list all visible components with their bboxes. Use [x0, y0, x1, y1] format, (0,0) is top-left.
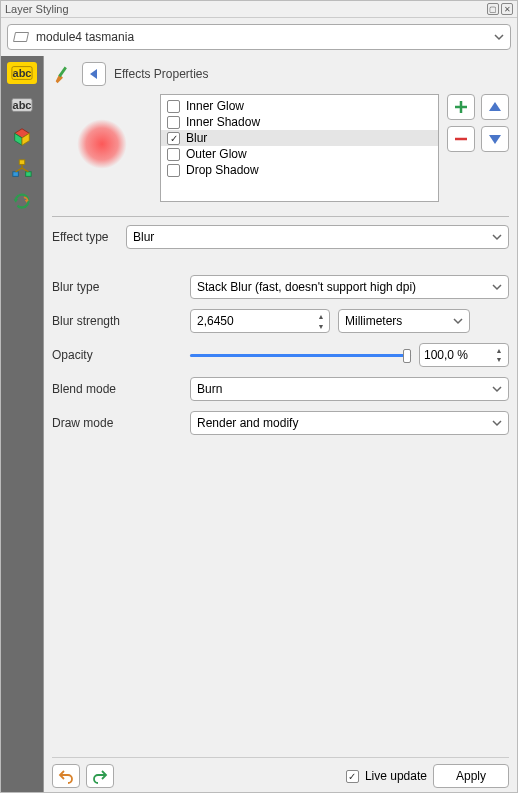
- redo-button[interactable]: [86, 764, 114, 788]
- redo-icon: [92, 768, 108, 784]
- plus-icon: [453, 99, 469, 115]
- checkbox[interactable]: [167, 164, 180, 177]
- blur-strength-unit: Millimeters: [345, 314, 402, 328]
- effects-properties-content: Effects Properties Inner Glow Inner Shad…: [43, 56, 517, 792]
- effect-type-value: Blur: [133, 230, 154, 244]
- svg-marker-10: [14, 199, 19, 203]
- chevron-down-icon: [453, 316, 463, 326]
- chevron-down-icon: [492, 384, 502, 394]
- blur-type-select[interactable]: Stack Blur (fast, doesn't support high d…: [190, 275, 509, 299]
- opacity-spin[interactable]: 100,0 % ▲▼: [419, 343, 509, 367]
- list-item[interactable]: Outer Glow: [161, 146, 438, 162]
- draw-mode-value: Render and modify: [197, 416, 298, 430]
- chevron-down-icon: [492, 232, 502, 242]
- opacity-label: Opacity: [52, 348, 182, 362]
- move-down-button[interactable]: [481, 126, 509, 152]
- effect-label: Blur: [186, 131, 207, 145]
- layer-styling-panel: Layer Styling ▢ ✕ module4 tasmania abc a…: [0, 0, 518, 793]
- live-update-checkbox[interactable]: ✓: [346, 770, 359, 783]
- effects-list[interactable]: Inner Glow Inner Shadow ✓ Blur Outer Glo…: [160, 94, 439, 202]
- close-icon[interactable]: ✕: [501, 3, 513, 15]
- blur-type-label: Blur type: [52, 280, 182, 294]
- blur-strength-label: Blur strength: [52, 314, 182, 328]
- effect-type-select[interactable]: Blur: [126, 225, 509, 249]
- dock-icon[interactable]: ▢: [487, 3, 499, 15]
- triangle-left-icon: [87, 67, 101, 81]
- svg-rect-12: [58, 67, 67, 78]
- polygon-icon: [13, 32, 29, 42]
- list-item[interactable]: Inner Glow: [161, 98, 438, 114]
- tab-history[interactable]: [7, 190, 37, 212]
- triangle-down-icon: [487, 131, 503, 147]
- back-button[interactable]: [82, 62, 106, 86]
- layer-combobox[interactable]: module4 tasmania: [7, 24, 511, 50]
- undo-button[interactable]: [52, 764, 80, 788]
- stepper-down-icon[interactable]: ▼: [315, 321, 327, 331]
- apply-button[interactable]: Apply: [433, 764, 509, 788]
- header-title: Effects Properties: [114, 67, 209, 81]
- effect-label: Inner Glow: [186, 99, 244, 113]
- blend-mode-label: Blend mode: [52, 382, 182, 396]
- style-tabs-sidebar: abc abc: [1, 56, 43, 792]
- list-item[interactable]: Inner Shadow: [161, 114, 438, 130]
- chevron-down-icon: [492, 418, 502, 428]
- chevron-down-icon: [492, 282, 502, 292]
- tab-masks[interactable]: abc: [7, 94, 37, 116]
- remove-effect-button[interactable]: [447, 126, 475, 152]
- checkbox[interactable]: [167, 148, 180, 161]
- blend-mode-value: Burn: [197, 382, 222, 396]
- stepper-down-icon[interactable]: ▼: [494, 355, 504, 364]
- blur-preview-circle: [77, 119, 127, 169]
- checkbox[interactable]: [167, 100, 180, 113]
- opacity-value: 100,0 %: [424, 348, 468, 362]
- svg-rect-9: [26, 172, 31, 177]
- draw-mode-label: Draw mode: [52, 416, 182, 430]
- effect-preview: [52, 94, 152, 194]
- blur-strength-value: 2,6450: [197, 314, 234, 328]
- checkbox[interactable]: ✓: [167, 132, 180, 145]
- draw-mode-select[interactable]: Render and modify: [190, 411, 509, 435]
- blur-strength-spin[interactable]: 2,6450 ▲▼: [190, 309, 330, 333]
- add-effect-button[interactable]: [447, 94, 475, 120]
- svg-marker-15: [489, 135, 501, 144]
- panel-title: Layer Styling: [5, 3, 485, 15]
- tab-labels[interactable]: abc: [7, 62, 37, 84]
- svg-rect-8: [13, 172, 19, 177]
- svg-text:abc: abc: [13, 99, 32, 111]
- blur-type-value: Stack Blur (fast, doesn't support high d…: [197, 280, 416, 294]
- opacity-slider[interactable]: [190, 347, 411, 363]
- blend-mode-select[interactable]: Burn: [190, 377, 509, 401]
- effect-label: Outer Glow: [186, 147, 247, 161]
- undo-icon: [58, 768, 74, 784]
- stepper-up-icon[interactable]: ▲: [315, 311, 327, 321]
- triangle-up-icon: [487, 99, 503, 115]
- svg-text:abc: abc: [13, 67, 32, 79]
- chevron-down-icon: [494, 32, 504, 42]
- effect-label: Inner Shadow: [186, 115, 260, 129]
- effect-label: Drop Shadow: [186, 163, 259, 177]
- blur-strength-unit-select[interactable]: Millimeters: [338, 309, 470, 333]
- live-update-label: Live update: [365, 769, 427, 783]
- checkbox[interactable]: [167, 116, 180, 129]
- list-item[interactable]: Drop Shadow: [161, 162, 438, 178]
- panel-titlebar: Layer Styling ▢ ✕: [1, 1, 517, 18]
- stepper-up-icon[interactable]: ▲: [494, 346, 504, 355]
- tab-3d[interactable]: [7, 126, 37, 148]
- svg-marker-13: [90, 69, 97, 79]
- list-item[interactable]: ✓ Blur: [161, 130, 438, 146]
- svg-rect-7: [19, 160, 25, 165]
- minus-icon: [453, 131, 469, 147]
- move-up-button[interactable]: [481, 94, 509, 120]
- layer-name: module4 tasmania: [36, 30, 494, 44]
- tab-diagrams[interactable]: [7, 158, 37, 180]
- svg-marker-14: [489, 102, 501, 111]
- effect-type-label: Effect type: [52, 230, 114, 244]
- brush-icon: [52, 63, 74, 85]
- divider: [52, 216, 509, 217]
